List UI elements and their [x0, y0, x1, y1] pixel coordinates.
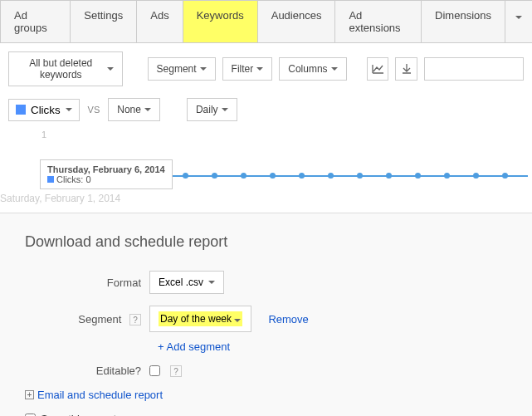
compare-label: None: [117, 104, 141, 115]
data-point: [328, 173, 334, 179]
chart-toggle-button[interactable]: [367, 57, 389, 81]
data-point: [270, 173, 276, 179]
chart: 1 Thursday, February 6, 2014 Clicks: 0 S…: [0, 130, 532, 204]
search-input[interactable]: [424, 57, 524, 81]
tooltip-value: Clicks: 0: [56, 174, 91, 184]
chevron-down-icon: [208, 281, 215, 284]
segment-value-dropdown[interactable]: Day of the week: [149, 306, 251, 332]
data-point: [241, 173, 246, 179]
dialog-title: Download and schedule report: [25, 233, 507, 251]
tab-ads[interactable]: Ads: [136, 0, 183, 42]
email-schedule-label: Email and schedule report: [37, 389, 163, 401]
columns-label: Columns: [288, 63, 327, 75]
chart-tooltip: Thursday, February 6, 2014 Clicks: 0: [40, 159, 173, 189]
tooltip-swatch: [47, 176, 54, 183]
tab-dimensions[interactable]: Dimensions: [421, 0, 505, 42]
save-report-label: Save this report: [41, 413, 116, 416]
help-icon[interactable]: ?: [170, 365, 182, 377]
expand-icon: +: [25, 390, 34, 399]
tab-more[interactable]: [505, 0, 532, 42]
remove-segment-link[interactable]: Remove: [268, 313, 308, 325]
data-point: [212, 173, 217, 179]
editable-checkbox[interactable]: [149, 365, 160, 376]
toolbar: All but deleted keywords Segment Filter …: [0, 43, 532, 95]
data-point: [415, 173, 421, 179]
chart-icon: [371, 63, 384, 75]
primary-metric-dropdown[interactable]: Clicks: [8, 99, 80, 121]
data-point: [386, 173, 392, 179]
keyword-filter-dropdown[interactable]: All but deleted keywords: [8, 51, 123, 86]
download-icon: [401, 63, 412, 75]
chevron-down-icon: [234, 319, 241, 322]
filter-label: Filter: [232, 63, 254, 75]
keyword-filter-label: All but deleted keywords: [17, 57, 104, 81]
tab-settings[interactable]: Settings: [70, 0, 137, 42]
download-schedule-dialog: Download and schedule report Format Exce…: [0, 213, 532, 416]
tab-ad-groups[interactable]: Ad groups: [0, 0, 71, 42]
vs-label: VS: [88, 105, 100, 115]
data-point: [183, 173, 188, 179]
chevron-down-icon: [256, 67, 263, 71]
chevron-down-icon: [200, 67, 207, 71]
editable-label: Editable?: [25, 365, 149, 377]
tab-ad-extensions[interactable]: Ad extensions: [334, 0, 422, 42]
segment-row-label: Segment ?: [25, 313, 149, 325]
email-schedule-toggle[interactable]: + Email and schedule report: [25, 389, 507, 401]
filter-dropdown[interactable]: Filter: [222, 57, 273, 81]
interval-label: Daily: [196, 104, 218, 115]
interval-dropdown[interactable]: Daily: [187, 98, 237, 121]
columns-dropdown[interactable]: Columns: [279, 57, 346, 81]
tab-keywords[interactable]: Keywords: [183, 0, 258, 42]
metric-color-swatch: [16, 105, 26, 115]
chevron-down-icon: [331, 67, 338, 71]
segment-value: Day of the week: [160, 313, 232, 325]
data-point: [473, 173, 479, 179]
data-point: [299, 173, 305, 179]
data-point: [502, 173, 508, 179]
chevron-down-icon: [66, 108, 72, 111]
help-icon[interactable]: ?: [129, 314, 141, 325]
format-dropdown[interactable]: Excel .csv: [149, 271, 224, 294]
tooltip-date: Thursday, February 6, 2014: [47, 164, 165, 174]
chart-controls: Clicks VS None Daily: [0, 95, 532, 130]
chevron-down-icon: [107, 67, 114, 71]
chevron-down-icon: [144, 108, 151, 111]
chevron-down-icon: [222, 108, 228, 111]
segment-label: Segment: [157, 63, 197, 75]
compare-metric-dropdown[interactable]: None: [108, 98, 160, 121]
metric-label: Clicks: [31, 104, 61, 116]
data-point: [357, 173, 363, 179]
format-value: Excel .csv: [159, 277, 203, 288]
download-button[interactable]: [395, 57, 417, 81]
chevron-down-icon: [515, 16, 522, 19]
segment-text: Segment: [78, 313, 121, 325]
y-axis-tick: 1: [41, 130, 46, 139]
data-point: [444, 173, 450, 179]
x-axis-start-label: Saturday, February 1, 2014: [0, 193, 120, 204]
format-label: Format: [25, 277, 149, 289]
add-segment-link[interactable]: + Add segment: [158, 340, 230, 353]
tab-audiences[interactable]: Audiences: [257, 0, 336, 42]
segment-dropdown[interactable]: Segment: [148, 57, 216, 81]
main-tabs: Ad groups Settings Ads Keywords Audience…: [0, 0, 532, 43]
